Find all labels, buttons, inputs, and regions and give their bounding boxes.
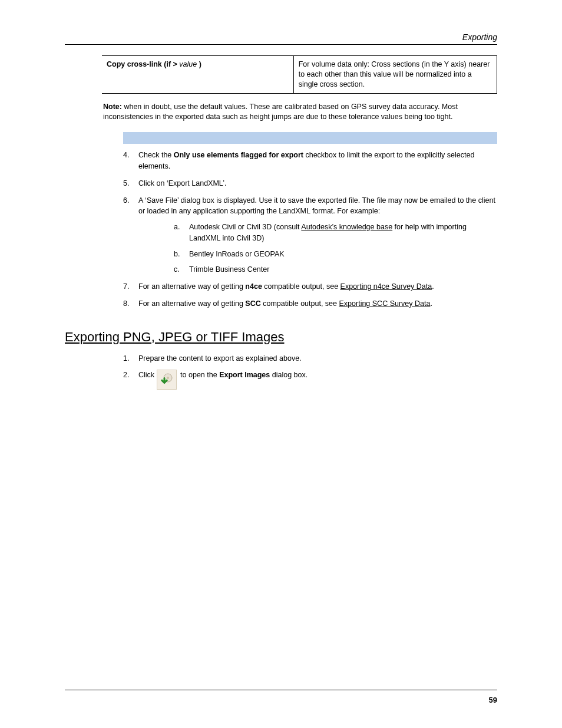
- running-header: Exporting: [65, 32, 497, 42]
- s8-link[interactable]: Exporting SCC Survey Data: [339, 299, 431, 308]
- step4-bold: Only use elements flagged for export: [174, 151, 303, 159]
- s7-pre: For an alternative way of getting: [138, 282, 245, 291]
- disc-arrow-icon: [160, 373, 174, 387]
- step6-a: Autodesk Civil or Civil 3D (consult Auto…: [174, 222, 497, 244]
- step-6: A ‘Save File’ dialog box is displayed. U…: [123, 195, 497, 276]
- s6a-pre: Autodesk Civil or Civil 3D (consult: [189, 223, 301, 231]
- note-text: when in doubt, use the default values. T…: [103, 103, 458, 121]
- img-step-1: Prepare the content to export as explain…: [123, 353, 497, 364]
- step6-text: A ‘Save File’ dialog box is displayed. U…: [138, 196, 495, 216]
- steps-list: Check the Only use elements flagged for …: [123, 150, 497, 309]
- footer-rule: [65, 690, 497, 690]
- table-cell-right: For volume data only: Cross sections (in…: [293, 56, 497, 94]
- export-icon[interactable]: [157, 370, 177, 390]
- imgstep2-post2: dialog box.: [270, 371, 308, 379]
- s7-post: .: [432, 282, 434, 291]
- svg-point-1: [167, 377, 169, 379]
- step-4: Check the Only use elements flagged for …: [123, 150, 497, 172]
- imgstep2-bold: Export Images: [219, 371, 270, 379]
- note-box: Note: when in doubt, use the default val…: [103, 102, 496, 122]
- s7-mid2: compatible output, see: [262, 282, 340, 291]
- table-cell-left: Copy cross-link (if > value ): [102, 56, 293, 94]
- section-title-export-images: Exporting PNG, JPEG or TIFF Images: [65, 330, 497, 345]
- opt-label-tail: ): [199, 60, 201, 68]
- highlight-bar: [123, 132, 497, 144]
- step-7: For an alternative way of getting n4ce c…: [123, 281, 497, 292]
- opt-value-hint: value: [179, 60, 197, 68]
- step-5: Click on ‘Export LandXML’.: [123, 178, 497, 189]
- export-images-steps: Prepare the content to export as explain…: [123, 353, 497, 390]
- step4-pre: Check the: [138, 151, 174, 159]
- opt-label: Copy cross-link (if >: [107, 60, 177, 68]
- s6a-link[interactable]: Autodesk’s knowledge base: [301, 223, 392, 231]
- note-label: Note:: [103, 103, 122, 111]
- s8-pre: For an alternative way of getting: [138, 299, 245, 308]
- step6-b: Bentley InRoads or GEOPAK: [174, 249, 497, 260]
- img-step-2: Click to open the Export Images dialog b…: [123, 370, 497, 390]
- s8-post: .: [430, 299, 432, 308]
- page-number: 59: [489, 696, 497, 704]
- s7-mid1: n4ce: [245, 282, 262, 291]
- step6-c: Trimble Business Center: [174, 264, 497, 275]
- imgstep2-post1: to open the: [180, 371, 219, 379]
- s8-mid2: compatible output, see: [261, 299, 339, 308]
- tolerance-table: Copy cross-link (if > value ) For volume…: [102, 55, 497, 94]
- header-rule: [65, 44, 497, 45]
- s8-mid1: SCC: [245, 299, 260, 308]
- step-8: For an alternative way of getting SCC co…: [123, 298, 497, 309]
- s7-link[interactable]: Exporting n4ce Survey Data: [340, 282, 432, 291]
- imgstep2-pre: Click: [138, 370, 154, 381]
